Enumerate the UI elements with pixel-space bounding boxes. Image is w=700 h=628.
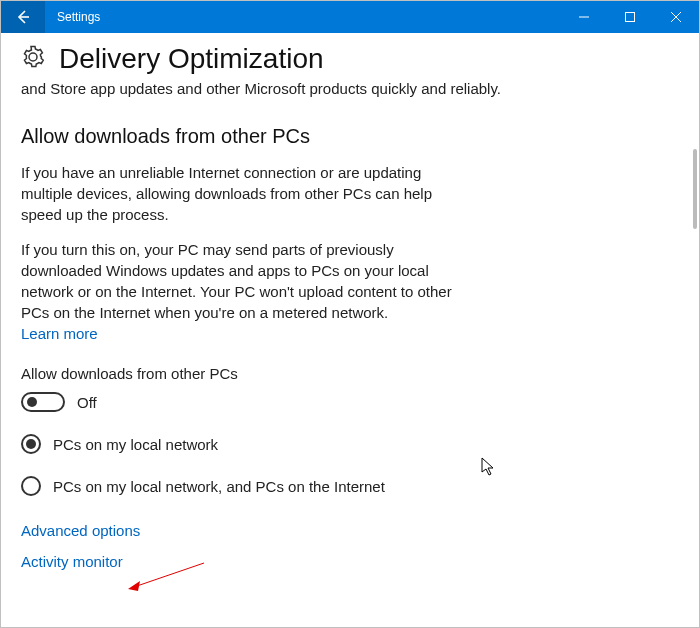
window-title: Settings [45, 10, 100, 24]
maximize-icon [625, 12, 635, 22]
svg-rect-0 [626, 13, 635, 22]
radio-label: PCs on my local network, and PCs on the … [53, 478, 385, 495]
gear-icon [21, 45, 45, 73]
back-button[interactable] [1, 1, 45, 33]
maximize-button[interactable] [607, 1, 653, 33]
minimize-icon [579, 12, 589, 22]
section-heading: Allow downloads from other PCs [21, 125, 679, 148]
advanced-options-link[interactable]: Advanced options [21, 522, 679, 539]
activity-monitor-link[interactable]: Activity monitor [21, 553, 679, 570]
close-button[interactable] [653, 1, 699, 33]
minimize-button[interactable] [561, 1, 607, 33]
section-para-1: If you have an unreliable Internet conne… [21, 162, 461, 225]
section-para-2: If you turn this on, your PC may send pa… [21, 239, 461, 323]
toggle-state: Off [77, 394, 97, 411]
close-icon [671, 12, 681, 22]
radio-icon [21, 476, 41, 496]
radio-icon [21, 434, 41, 454]
learn-more-link[interactable]: Learn more [21, 325, 98, 342]
back-arrow-icon [15, 9, 31, 25]
scrollbar-thumb[interactable] [693, 149, 697, 229]
radio-label: PCs on my local network [53, 436, 218, 453]
allow-downloads-toggle[interactable] [21, 392, 65, 412]
radio-local-and-internet[interactable]: PCs on my local network, and PCs on the … [21, 476, 679, 496]
cutoff-text: and Store app updates and other Microsof… [21, 79, 679, 99]
title-bar: Settings [1, 1, 699, 33]
content-area: Delivery Optimization and Store app upda… [1, 33, 699, 627]
radio-local-network[interactable]: PCs on my local network [21, 434, 679, 454]
page-title: Delivery Optimization [59, 43, 324, 75]
toggle-label: Allow downloads from other PCs [21, 365, 679, 382]
